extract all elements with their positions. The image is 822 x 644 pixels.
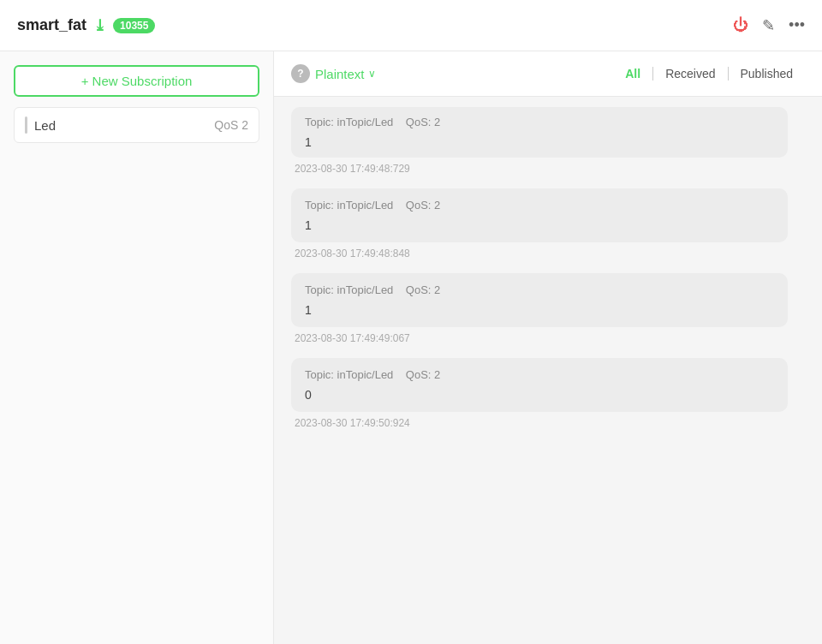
message-timestamp: 2023-08-30 17:49:50:924 (291, 417, 805, 429)
message-meta: Topic: inTopic/Led QoS: 2 (305, 368, 774, 381)
format-label: Plaintext (315, 67, 365, 81)
message-value: 1 (305, 135, 774, 149)
subscription-color-indicator (25, 116, 27, 134)
help-icon[interactable]: ? (291, 64, 310, 83)
message-value: 0 (305, 388, 774, 402)
more-icon[interactable]: ••• (789, 16, 805, 34)
subscription-item-left: Led (25, 116, 56, 134)
message-meta: Topic: inTopic/Led QoS: 2 (305, 199, 774, 212)
connection-badge: 10355 (113, 18, 155, 33)
message-bubble: Topic: inTopic/Led QoS: 2 0 (291, 358, 788, 412)
filter-all-button[interactable]: All (613, 63, 652, 84)
message-value: 1 (305, 218, 774, 232)
format-chevron-icon: ∨ (368, 68, 376, 80)
power-icon[interactable]: ⏻ (733, 16, 748, 34)
subscription-name: Led (34, 118, 56, 133)
filter-published-button[interactable]: Published (729, 63, 806, 84)
header-right: ⏻ ✎ ••• (733, 16, 805, 35)
chevron-down-icon[interactable]: ⤓ (93, 16, 106, 35)
content-panel: ? Plaintext ∨ All Received Published Top… (274, 51, 822, 644)
edit-icon[interactable]: ✎ (762, 16, 775, 35)
message-meta: Topic: inTopic/Led QoS: 2 (305, 116, 774, 128)
new-subscription-button[interactable]: + New Subscription (14, 65, 259, 97)
messages-list: Topic: inTopic/Led QoS: 2 1 2023-08-30 1… (274, 97, 822, 644)
message-timestamp: 2023-08-30 17:49:49:067 (291, 332, 805, 344)
main-layout: + New Subscription Led QoS 2 ? Plaintext… (0, 51, 822, 644)
toolbar-left: ? Plaintext ∨ (291, 64, 376, 83)
subscription-qos: QoS 2 (214, 118, 248, 132)
message-bubble: Topic: inTopic/Led QoS: 2 1 (291, 188, 788, 242)
format-selector[interactable]: Plaintext ∨ (315, 67, 376, 81)
message-block: Topic: inTopic/Led QoS: 2 1 2023-08-30 1… (291, 273, 805, 344)
message-block: Topic: inTopic/Led QoS: 2 1 2023-08-30 1… (291, 188, 805, 259)
sidebar: + New Subscription Led QoS 2 (0, 51, 274, 644)
header: smart_fat ⤓ 10355 ⏻ ✎ ••• (0, 0, 822, 51)
message-block: Topic: inTopic/Led QoS: 2 0 2023-08-30 1… (291, 358, 805, 429)
message-bubble-partial: Topic: inTopic/Led QoS: 2 1 (291, 107, 788, 158)
message-bubble: Topic: inTopic/Led QoS: 2 1 (291, 273, 788, 327)
message-meta: Topic: inTopic/Led QoS: 2 (305, 283, 774, 296)
message-timestamp: 2023-08-30 17:49:48:729 (291, 163, 805, 175)
message-value: 1 (305, 303, 774, 317)
subscription-item[interactable]: Led QoS 2 (14, 107, 259, 143)
message-timestamp: 2023-08-30 17:49:48:848 (291, 247, 805, 259)
filter-received-button[interactable]: Received (653, 63, 727, 84)
header-left: smart_fat ⤓ 10355 (17, 16, 155, 35)
message-block: Topic: inTopic/Led QoS: 2 1 2023-08-30 1… (291, 107, 805, 175)
toolbar-right: All Received Published (613, 63, 805, 84)
app-title: smart_fat (17, 16, 86, 34)
content-toolbar: ? Plaintext ∨ All Received Published (274, 51, 822, 97)
